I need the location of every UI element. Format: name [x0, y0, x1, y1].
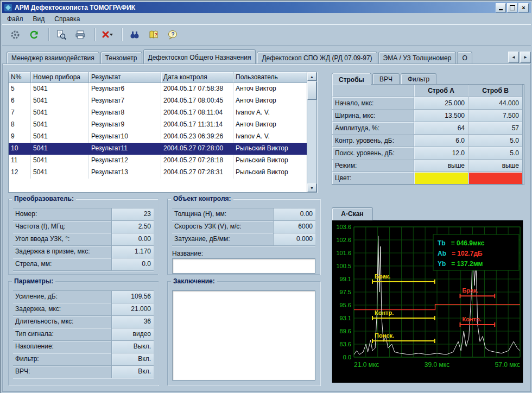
toolbar-separator	[48, 28, 49, 41]
table-row[interactable]: 75041Результат82004.05.17 08:11:04Ivanov…	[9, 107, 307, 119]
field-label: Накопление:	[13, 341, 111, 353]
strobe-column-header-0: Строб А	[414, 85, 468, 97]
column-header-4[interactable]: Пользователь	[233, 72, 307, 83]
y-tick-label: 102.6	[336, 237, 351, 243]
toolbar-button-print-preview[interactable]	[53, 27, 70, 43]
about-icon: ?	[167, 29, 178, 40]
field-value: 109.56	[111, 291, 154, 303]
results-scrollbar[interactable]: ▲ ▼	[307, 72, 316, 192]
main-tabs: Менеджер взаимодействияТензометрДефектос…	[7, 49, 507, 64]
table-cell: 2004.05.17 08:11:04	[161, 107, 233, 119]
field-label: Задержка, мкс:	[13, 303, 111, 315]
field-row: Номер:23	[13, 208, 154, 221]
table-row[interactable]: 125041Результат132004.05.27 07:28:31Рыль…	[9, 167, 307, 179]
table-cell: 2004.05.17 11:31:14	[161, 119, 233, 131]
conclusion-textarea[interactable]	[172, 290, 315, 381]
toolbar-button-delete[interactable]	[99, 27, 116, 43]
toolbar-separator	[122, 28, 122, 41]
y-tick-label: 103.6	[336, 224, 351, 230]
ascan-plot: 103.6102.6101.6100.599.197.595.693.189.6…	[332, 220, 523, 383]
toolbar-button-settings[interactable]	[7, 27, 24, 43]
table-row[interactable]: 55041Результат62004.05.17 07:58:38Анточ …	[9, 83, 307, 95]
menu-help[interactable]: Справка	[49, 14, 85, 24]
tab-ema-thickness[interactable]: ЭМА / УЗ Толщиномер	[378, 52, 457, 64]
x-tick-label: 57.0 мкс	[495, 361, 520, 369]
table-row[interactable]: 105041Результат112004.05.27 07:28:00Рыль…	[9, 143, 307, 155]
name-input[interactable]	[172, 258, 315, 274]
strobe-value: 7.500	[468, 110, 523, 122]
strobe-value: 57	[468, 122, 523, 135]
scroll-thumb[interactable]	[307, 81, 316, 100]
field-value: 6000	[273, 221, 315, 233]
field-label: ВРЧ:	[13, 366, 111, 378]
tab-overflow[interactable]: О	[457, 52, 472, 64]
tab-filter[interactable]: Фильтр	[401, 73, 436, 84]
field-row: Задержка, мкс:21.000	[13, 303, 154, 316]
legend-entry: Yb= 137.2мм	[438, 260, 483, 268]
strobe-row: Начало, мкс:25.00044.000	[332, 97, 524, 110]
gate-a-color-swatch	[414, 172, 468, 185]
tab-railway-defectoscope[interactable]: Дефектоскоп СПО ЖД (РД 07.09-97)	[257, 52, 377, 64]
menu-file[interactable]: Файл	[2, 14, 28, 24]
strobe-label: Начало, мкс:	[332, 97, 414, 110]
settings-icon	[10, 29, 21, 40]
tab-scroll-right-button[interactable]: ►	[520, 52, 531, 63]
tab-tensometer[interactable]: Тензометр	[100, 52, 142, 64]
field-label: Скорость УЗК (V), м/с:	[172, 221, 273, 233]
toolbar-button-print[interactable]	[72, 27, 89, 43]
strobe-row: Ширина, мкс:13.5007.500	[332, 110, 524, 122]
toolbar-separator	[94, 28, 95, 41]
window-title: АРМ Дефектоскописта ТОМОГРАФИК	[15, 4, 495, 11]
scroll-down-button[interactable]: ▼	[307, 183, 316, 192]
table-cell: Результат9	[89, 119, 161, 131]
strobe-value: 13.500	[414, 110, 468, 122]
table-row[interactable]: 65041Результат72004.05.17 08:00:45Анточ …	[9, 95, 307, 107]
table-cell: 6	[9, 95, 31, 107]
table-cell: Результат6	[89, 83, 161, 95]
strobe-value: 64	[414, 122, 468, 135]
maximize-button[interactable]	[507, 3, 517, 12]
tab-scroll-left-button[interactable]: ◄	[508, 52, 519, 63]
tab-gates[interactable]: Стробы	[332, 73, 371, 85]
toolbar-button-help[interactable]: ?	[145, 27, 162, 43]
table-cell: 5041	[31, 95, 89, 107]
toolbar-button-about[interactable]: ?	[164, 27, 181, 43]
x-tick-label: 39.0 мкс	[425, 361, 449, 369]
column-header-0[interactable]: N%	[9, 72, 31, 83]
toolbar-button-find[interactable]	[126, 27, 143, 43]
field-value: 1.170	[111, 246, 154, 258]
field-row: Усиление, дБ:109.56	[13, 290, 154, 303]
title-bar[interactable]: АРМ Дефектоскописта ТОМОГРАФИК ×	[2, 2, 531, 13]
tab-tvg[interactable]: ВРЧ	[372, 73, 400, 84]
table-cell: 2004.05.17 08:00:45	[161, 95, 233, 107]
field-label: Усиление, дБ:	[13, 291, 111, 303]
table-cell: 5041	[31, 167, 89, 179]
table-row[interactable]: 95041Результат102004.05.23 06:39:26Ivano…	[9, 131, 307, 143]
strobe-column-header-1: Строб В	[468, 85, 523, 97]
tab-interaction-manager[interactable]: Менеджер взаимодействия	[7, 52, 99, 64]
main-tabstrip: Менеджер взаимодействияТензометрДефектос…	[2, 45, 531, 64]
field-row: Фильтр:Вкл.	[13, 353, 154, 366]
table-row[interactable]: 85041Результат92004.05.17 11:31:14Анточ …	[9, 119, 307, 131]
field-row: ВРЧ:Вкл.	[13, 366, 154, 378]
table-row[interactable]: 115041Результат122004.05.27 07:28:18Рыль…	[9, 155, 307, 167]
table-cell: 5	[9, 83, 31, 95]
column-header-1[interactable]: Номер прибора	[31, 72, 89, 83]
toolbar-button-refresh[interactable]	[26, 27, 43, 43]
strobe-value: 5.0	[468, 135, 523, 147]
strobe-corner-cell	[332, 85, 414, 97]
tab-ascan[interactable]: А-Скан	[332, 207, 373, 220]
column-header-2[interactable]: Результат	[89, 72, 161, 83]
field-row: Угол ввода УЗК, °:0.00	[13, 233, 154, 246]
menu-view[interactable]: Вид	[28, 14, 50, 24]
minimize-button[interactable]	[496, 3, 506, 12]
tab-general-defectoscope[interactable]: Дефектоскоп Общего Назначения	[143, 49, 256, 64]
app-window: АРМ Дефектоскописта ТОМОГРАФИК × ФайлВид…	[0, 0, 532, 393]
close-button[interactable]: ×	[518, 3, 529, 12]
strobe-label: Амплитуда, %:	[332, 122, 414, 135]
scroll-up-button[interactable]: ▲	[307, 72, 316, 81]
column-header-3[interactable]: Дата контроля	[161, 72, 233, 83]
strobe-value: 5.0	[468, 147, 523, 160]
field-value: 23	[111, 208, 154, 220]
field-label: Толщина (H), мм:	[172, 208, 273, 220]
